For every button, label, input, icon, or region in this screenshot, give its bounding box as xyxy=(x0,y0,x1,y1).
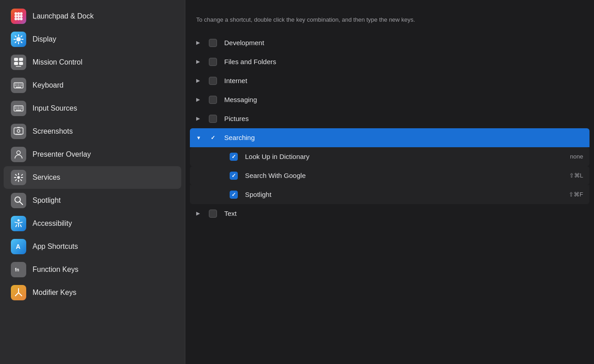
checkbox-lookup[interactable] xyxy=(230,153,238,161)
checkbox-messaging[interactable] xyxy=(209,96,217,104)
shortcut-row-pictures[interactable]: ▶Pictures xyxy=(190,109,589,128)
sidebar-item-spotlight[interactable]: Spotlight xyxy=(4,189,181,212)
shortcut-row-internet[interactable]: ▶Internet xyxy=(190,71,589,90)
appshortcuts-icon: A xyxy=(11,239,26,254)
svg-point-2 xyxy=(20,12,23,15)
shortcut-key-lookup: none xyxy=(570,153,583,160)
chevron-icon-searching: ▼ xyxy=(196,135,205,140)
svg-rect-49 xyxy=(17,127,20,128)
shortcut-row-development[interactable]: ▶Development xyxy=(190,33,589,52)
checkbox-googlesearch[interactable] xyxy=(230,172,238,180)
shortcut-row-googlesearch[interactable]: Search With Google⇧⌘L xyxy=(190,166,589,185)
row-label-searching: Searching xyxy=(224,134,583,141)
sidebar-item-display[interactable]: Display xyxy=(4,28,181,51)
row-label-text: Text xyxy=(224,210,583,217)
sidebar-label-mission: Mission Control xyxy=(33,58,82,66)
shortcut-row-spotlight[interactable]: Spotlight⇧⌘F xyxy=(190,185,589,204)
svg-rect-36 xyxy=(15,107,16,107)
sidebar-label-spotlight: Spotlight xyxy=(33,196,61,205)
svg-rect-26 xyxy=(18,84,19,84)
row-label-lookup: Look Up in Dictionary xyxy=(245,153,570,160)
sidebar-item-accessibility[interactable]: Accessibility xyxy=(4,212,181,235)
main-content: To change a shortcut, double click the k… xyxy=(185,0,594,364)
shortcut-key-googlesearch: ⇧⌘L xyxy=(569,172,583,179)
keyboard-icon xyxy=(11,78,26,93)
row-label-googlesearch: Search With Google xyxy=(245,172,569,179)
svg-rect-46 xyxy=(16,110,21,111)
checkbox-text[interactable] xyxy=(209,210,217,218)
svg-rect-27 xyxy=(20,84,21,84)
services-icon xyxy=(11,170,26,185)
sidebar-item-services[interactable]: Services xyxy=(4,166,181,189)
display-icon xyxy=(11,32,26,47)
sidebar-label-accessibility: Accessibility xyxy=(33,219,72,228)
row-label-spotlight: Spotlight xyxy=(245,191,569,198)
shortcut-row-files[interactable]: ▶Files and Folders xyxy=(190,52,589,71)
checkbox-files[interactable] xyxy=(209,58,217,66)
sidebar-item-mission[interactable]: Mission Control xyxy=(4,51,181,74)
svg-rect-28 xyxy=(21,84,22,84)
sidebar-item-screenshots[interactable]: Screenshots xyxy=(4,120,181,143)
checkbox-spotlight[interactable] xyxy=(230,191,238,199)
checkbox-development[interactable] xyxy=(209,39,217,47)
spotlight-icon xyxy=(11,193,26,208)
row-label-messaging: Messaging xyxy=(224,96,583,103)
svg-point-48 xyxy=(17,130,20,132)
sidebar-item-appshortcuts[interactable]: A App Shortcuts xyxy=(4,235,181,258)
sidebar-label-input: Input Sources xyxy=(33,104,77,112)
svg-rect-19 xyxy=(19,58,23,61)
svg-rect-18 xyxy=(14,58,18,61)
svg-rect-43 xyxy=(18,108,19,109)
svg-rect-41 xyxy=(15,108,16,109)
svg-line-17 xyxy=(15,42,16,43)
chevron-icon-files: ▶ xyxy=(196,59,205,65)
svg-rect-37 xyxy=(17,107,18,107)
svg-point-7 xyxy=(17,18,20,20)
svg-rect-25 xyxy=(17,84,18,84)
checkbox-pictures[interactable] xyxy=(209,115,217,123)
checkbox-searching[interactable] xyxy=(209,134,217,142)
svg-line-16 xyxy=(21,36,22,37)
svg-rect-33 xyxy=(21,85,22,86)
sidebar: Launchpad & Dock Display Mission Control xyxy=(0,0,185,364)
sidebar-item-keyboard[interactable]: Keyboard xyxy=(4,74,181,97)
svg-point-5 xyxy=(20,15,23,18)
svg-rect-22 xyxy=(16,66,21,67)
shortcut-key-spotlight: ⇧⌘F xyxy=(569,191,583,198)
chevron-icon-internet: ▶ xyxy=(196,78,205,84)
svg-point-52 xyxy=(17,176,20,179)
svg-point-3 xyxy=(14,15,17,18)
sidebar-item-modifier[interactable]: Modifier Keys xyxy=(4,281,181,304)
svg-rect-40 xyxy=(21,107,22,107)
fnkeys-icon: fn xyxy=(11,262,26,277)
sidebar-label-launchpad: Launchpad & Dock xyxy=(33,12,94,20)
sidebar-item-presenter[interactable]: Presenter Overlay xyxy=(4,143,181,166)
svg-rect-47 xyxy=(14,128,23,134)
svg-rect-39 xyxy=(20,107,21,107)
row-label-internet: Internet xyxy=(224,77,583,84)
row-label-development: Development xyxy=(224,39,583,47)
svg-text:fn: fn xyxy=(15,267,19,272)
chevron-icon-pictures: ▶ xyxy=(196,116,205,121)
svg-rect-21 xyxy=(19,62,23,65)
input-icon xyxy=(11,101,26,116)
sidebar-item-fnkeys[interactable]: fn Function Keys xyxy=(4,258,181,281)
sidebar-label-screenshots: Screenshots xyxy=(33,127,73,135)
shortcut-row-lookup[interactable]: Look Up in Dictionarynone xyxy=(190,147,589,166)
svg-point-8 xyxy=(20,18,23,20)
sidebar-label-modifier: Modifier Keys xyxy=(33,289,76,297)
sidebar-item-input[interactable]: Input Sources xyxy=(4,97,181,120)
shortcut-row-searching[interactable]: ▼Searching xyxy=(190,128,589,147)
screenshots-icon xyxy=(11,124,26,139)
shortcut-row-text[interactable]: ▶Text xyxy=(190,204,589,223)
svg-rect-30 xyxy=(17,85,18,86)
svg-point-9 xyxy=(16,37,21,42)
svg-rect-44 xyxy=(20,108,21,109)
svg-rect-42 xyxy=(17,108,18,109)
sidebar-item-launchpad[interactable]: Launchpad & Dock xyxy=(4,5,181,28)
shortcut-row-messaging[interactable]: ▶Messaging xyxy=(190,90,589,109)
checkbox-internet[interactable] xyxy=(209,77,217,85)
sidebar-label-keyboard: Keyboard xyxy=(33,81,64,89)
svg-line-54 xyxy=(20,202,23,205)
sidebar-label-display: Display xyxy=(33,35,56,43)
